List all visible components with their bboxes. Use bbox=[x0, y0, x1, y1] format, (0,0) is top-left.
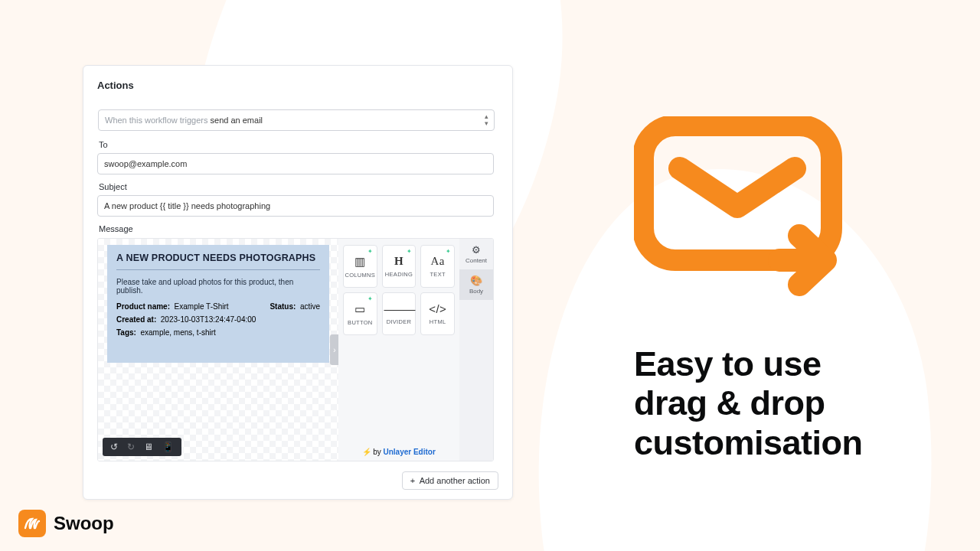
mobile-icon[interactable]: 📱 bbox=[162, 442, 174, 452]
add-action-button[interactable]: + Add another action bbox=[402, 471, 498, 490]
email-row-product: Product name: Example T-Shirt Status: ac… bbox=[116, 302, 320, 311]
heading-icon: H bbox=[394, 255, 403, 268]
sparkle-icon: ✦ bbox=[446, 248, 451, 255]
email-instruction: Please take and upload photos for this p… bbox=[116, 278, 320, 295]
tab-content[interactable]: ⚙Content bbox=[459, 239, 493, 269]
panel-title: Actions bbox=[97, 80, 498, 91]
email-document[interactable]: A NEW PRODUCT NEEDS PHOTOGRAPHS Please t… bbox=[107, 245, 329, 363]
block-columns[interactable]: ✦▥COLUMNS bbox=[343, 245, 377, 288]
brand-logo: Swoop bbox=[18, 510, 114, 537]
brand-mark bbox=[18, 510, 46, 537]
sparkle-icon: ✦ bbox=[368, 248, 373, 255]
trigger-select[interactable]: When this workflow triggers send an emai… bbox=[98, 109, 495, 131]
code-icon: </> bbox=[429, 302, 446, 315]
block-text[interactable]: ✦AaTEXT bbox=[420, 245, 455, 288]
block-html[interactable]: </>HTML bbox=[420, 292, 455, 335]
block-button[interactable]: ✦▭BUTTON bbox=[343, 292, 377, 335]
body-icon: 🎨 bbox=[470, 275, 482, 286]
chevron-updown-icon: ▴▾ bbox=[485, 113, 488, 127]
bolt-icon: ⚡ bbox=[362, 448, 371, 456]
block-divider[interactable]: ———DIVIDER bbox=[382, 292, 416, 335]
undo-icon[interactable]: ↺ bbox=[110, 442, 118, 452]
actions-panel: Actions When this workflow triggers send… bbox=[83, 65, 513, 500]
trigger-action: send an email bbox=[211, 116, 263, 125]
sparkle-icon: ✦ bbox=[407, 248, 412, 255]
to-field[interactable] bbox=[97, 153, 494, 174]
text-icon: Aa bbox=[431, 255, 445, 268]
subject-label: Subject bbox=[99, 182, 498, 191]
sparkle-icon: ✦ bbox=[368, 295, 373, 302]
to-label: To bbox=[99, 140, 498, 149]
message-label: Message bbox=[99, 224, 498, 233]
viewport-toolbar: ↺ ↻ 🖥 📱 bbox=[103, 438, 181, 456]
brand-name: Swoop bbox=[54, 513, 114, 534]
blocks-palette: ✦▥COLUMNS ✦HHEADING ✦AaTEXT ✦▭BUTTON ———… bbox=[338, 239, 459, 461]
columns-icon: ▥ bbox=[354, 255, 365, 269]
email-row-created: Created at: 2023-10-03T13:24:47-04:00 bbox=[116, 315, 320, 324]
email-editor: A NEW PRODUCT NEEDS PHOTOGRAPHS Please t… bbox=[97, 238, 494, 461]
trigger-prefix: When this workflow triggers bbox=[105, 116, 211, 125]
unlayer-link[interactable]: Unlayer Editor bbox=[383, 448, 435, 456]
desktop-icon[interactable]: 🖥 bbox=[144, 442, 153, 452]
redo-icon[interactable]: ↻ bbox=[127, 442, 135, 452]
editor-canvas[interactable]: A NEW PRODUCT NEEDS PHOTOGRAPHS Please t… bbox=[98, 239, 338, 461]
email-row-tags: Tags: example, mens, t-shirt bbox=[116, 328, 320, 337]
mail-forward-icon bbox=[634, 116, 864, 300]
marketing-tagline: Easy to usedrag & dropcustomisation bbox=[634, 344, 863, 462]
editor-tab-rail: ⚙Content 🎨Body bbox=[459, 239, 493, 461]
divider-icon: ——— bbox=[384, 302, 413, 315]
button-icon: ▭ bbox=[354, 302, 365, 316]
divider-line bbox=[116, 269, 320, 270]
email-heading: A NEW PRODUCT NEEDS PHOTOGRAPHS bbox=[116, 253, 320, 263]
tab-body[interactable]: 🎨Body bbox=[459, 269, 493, 300]
editor-credit: ⚡by Unlayer Editor bbox=[338, 448, 459, 456]
subject-field[interactable] bbox=[97, 195, 494, 217]
content-icon: ⚙ bbox=[472, 244, 481, 256]
block-heading[interactable]: ✦HHEADING bbox=[382, 245, 416, 288]
